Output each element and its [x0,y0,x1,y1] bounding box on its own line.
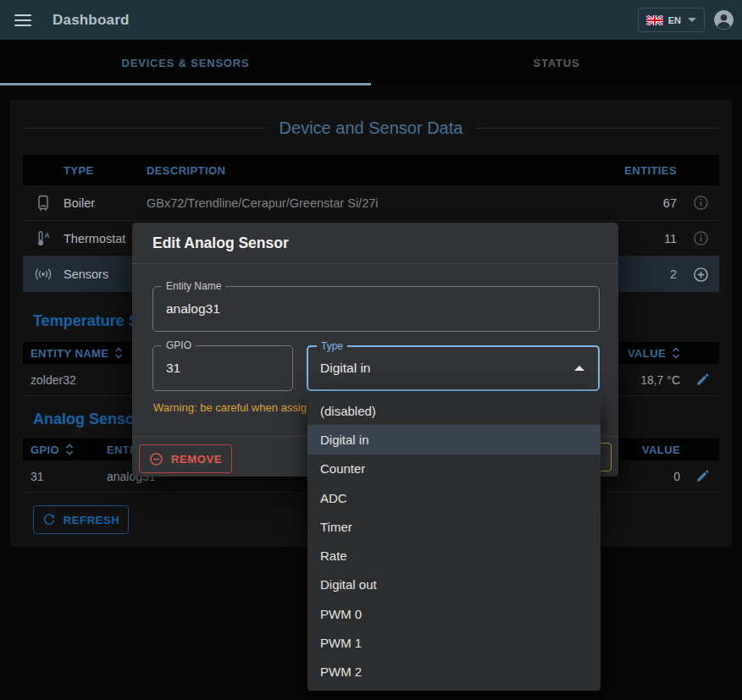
option-counter[interactable]: Counter [307,455,601,483]
entity-name-field[interactable]: Entity Name [152,286,600,332]
sensor-gpio: 31 [23,470,99,483]
refresh-icon [42,513,56,526]
type-select[interactable]: Type Digital in [307,345,600,391]
app-bar: Dashboard EN [0,0,742,40]
device-description: GBx72/Trendline/Cerapur/Greenstar Si/27i [147,196,580,210]
option-digital-out[interactable]: Digital out [307,570,601,599]
thermostat-icon: A [23,230,64,247]
option-timer[interactable]: Timer [307,512,601,541]
option-rate[interactable]: Rate [307,541,601,570]
gpio-field[interactable]: GPIO [152,345,293,391]
type-label: Type [317,340,347,352]
gpio-label: GPIO [162,339,196,351]
boiler-icon [23,195,64,212]
remove-minus-icon [149,452,163,466]
add-icon[interactable] [682,267,719,283]
app-bar-actions: EN [638,8,734,32]
sensors-icon [23,267,64,281]
devices-table-header: TYPE DESCRIPTION ENTITIES [23,155,719,185]
dialog-title: Edit Analog Sensor [152,234,289,252]
remove-button[interactable]: REMOVE [139,444,232,473]
col-gpio[interactable]: GPIO [23,444,99,456]
option-digital-in[interactable]: Digital in [307,425,601,454]
option-adc[interactable]: ADC [307,483,601,512]
device-type: Boiler [64,196,147,210]
info-icon[interactable] [682,195,719,211]
tab-status[interactable]: STATUS [371,40,742,85]
menu-icon[interactable] [14,14,31,26]
dialog-header: Edit Analog Sensor [132,223,618,264]
sort-icon[interactable] [65,444,74,455]
svg-text:A: A [45,230,50,239]
refresh-button[interactable]: REFRESH [33,505,129,534]
type-selected-value: Digital in [308,361,370,376]
device-entities-count: 67 [580,196,682,210]
option-pwm-1[interactable]: PWM 1 [307,628,601,657]
language-label: EN [668,15,681,25]
col-description: DESCRIPTION [147,164,580,177]
uk-flag-icon [646,15,663,25]
edit-pencil-icon[interactable] [685,372,719,387]
chevron-down-icon [688,18,696,22]
user-avatar-icon[interactable] [714,10,734,30]
app-title: Dashboard [53,12,130,29]
entity-name-input[interactable] [153,287,599,331]
info-icon[interactable] [682,230,719,246]
language-selector[interactable]: EN [638,8,705,32]
col-type: TYPE [64,164,147,177]
option-pwm-0[interactable]: PWM 0 [307,599,601,628]
col-entities: ENTITIES [580,164,682,177]
tab-bar: DEVICES & SENSORS STATUS [0,40,742,85]
tab-devices-sensors[interactable]: DEVICES & SENSORS [0,40,371,85]
sort-icon[interactable] [114,347,123,359]
page-title: Device and Sensor Data [23,119,719,138]
type-dropdown-menu: (disabled) Digital in Counter ADC Timer … [307,392,601,691]
gpio-input[interactable] [153,346,292,390]
option-pwm-2[interactable]: PWM 2 [307,658,601,686]
chevron-up-icon [574,366,584,371]
edit-pencil-icon[interactable] [685,469,719,483]
option-disabled[interactable]: (disabled) [307,396,601,425]
sort-icon[interactable] [672,347,680,359]
table-row-boiler[interactable]: Boiler GBx72/Trendline/Cerapur/Greenstar… [23,185,719,221]
entity-name-label: Entity Name [162,280,225,292]
